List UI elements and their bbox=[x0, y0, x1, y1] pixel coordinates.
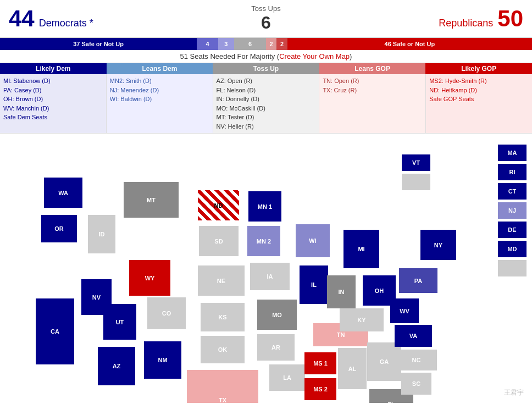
state-PA[interactable]: PA bbox=[399, 268, 437, 293]
state-MS1[interactable]: MS 1 bbox=[304, 352, 336, 374]
cat-leans-dem: Leans Dem bbox=[107, 63, 213, 74]
create-map-link[interactable]: Create Your Own Map bbox=[279, 52, 350, 60]
tossup-header: Toss Ups 6 bbox=[251, 4, 280, 33]
candidate-item: MO: McCaskill (D) bbox=[217, 104, 316, 113]
state-WA[interactable]: WA bbox=[44, 178, 82, 208]
state-KS[interactable]: KS bbox=[201, 303, 245, 331]
candidate-item: ND: Heitkamp (D) bbox=[429, 86, 529, 95]
bar-rep-likely: 2 bbox=[276, 38, 287, 50]
candidate-item: Safe GOP Seats bbox=[429, 95, 529, 104]
candidate-item: NJ: Menendez (D) bbox=[110, 86, 209, 95]
state-MN1[interactable]: MN 1 bbox=[248, 191, 281, 222]
candidate-item: MI: Stabenow (D) bbox=[3, 76, 103, 86]
ne-state-CT[interactable]: CT bbox=[498, 183, 527, 200]
northeast-panel: MARICTNJDEMD bbox=[498, 145, 527, 276]
state-MT[interactable]: MT bbox=[124, 182, 179, 218]
state-NM[interactable]: NM bbox=[144, 341, 181, 379]
state-WV[interactable]: WV bbox=[390, 298, 419, 323]
candidate-item: FL: Nelson (D) bbox=[217, 86, 316, 95]
state-AL[interactable]: AL bbox=[338, 348, 367, 389]
tossup-label: Toss Ups bbox=[251, 4, 280, 13]
bar-rep-safe: 46 Safe or Not Up bbox=[287, 38, 532, 50]
dem-count: 44 bbox=[9, 5, 35, 32]
state-MO[interactable]: MO bbox=[257, 300, 297, 330]
seat-bar: 37 Safe or Not Up 4 3 6 2 2 46 Safe or N… bbox=[0, 38, 532, 50]
candidate-item: AZ: Open (R) bbox=[217, 76, 316, 86]
state-AR[interactable]: AR bbox=[257, 334, 295, 361]
tossup-count: 6 bbox=[251, 13, 280, 33]
state-VT[interactable]: VT bbox=[402, 154, 430, 171]
ne-state-DE[interactable]: DE bbox=[498, 222, 527, 238]
candidate-item: TX: Cruz (R) bbox=[323, 86, 422, 95]
state-MS2[interactable]: MS 2 bbox=[304, 378, 336, 400]
ne-state-RI[interactable]: RI bbox=[498, 164, 527, 180]
state-LA[interactable]: LA bbox=[269, 364, 305, 391]
rep-count: 50 bbox=[497, 5, 523, 32]
state-MN2[interactable]: MN 2 bbox=[247, 226, 280, 256]
state-TX[interactable]: TX bbox=[187, 370, 258, 403]
candidate-item: WI: Baldwin (D) bbox=[110, 95, 209, 104]
cand-tossup: AZ: Open (R)FL: Nelson (D)IN: Donnelly (… bbox=[213, 74, 320, 133]
state-IN[interactable]: IN bbox=[327, 275, 356, 308]
rep-label: Republicans bbox=[439, 18, 493, 29]
state-IL[interactable]: IL bbox=[300, 265, 328, 304]
header: 44 Democrats * Toss Ups 6 Republicans 50 bbox=[0, 0, 532, 38]
ne-state-empty bbox=[498, 260, 527, 276]
majority-text: 51 Seats Needed For Majority ( bbox=[180, 52, 280, 60]
candidate-item: OH: Brown (D) bbox=[3, 95, 103, 104]
cand-leans-gop: TN: Open (R)TX: Cruz (R) bbox=[319, 74, 426, 133]
majority-text-end: ) bbox=[350, 52, 352, 60]
state-OR[interactable]: OR bbox=[41, 215, 77, 242]
candidate-item: PA: Casey (D) bbox=[3, 86, 103, 95]
state-VA[interactable]: VA bbox=[395, 325, 432, 347]
dem-header: 44 Democrats * bbox=[9, 5, 93, 32]
state-NY[interactable]: NY bbox=[420, 230, 456, 260]
us-map: WAORCANVIDMTWYUTAZCONMNDSDNEKSOKTXMN 1MN… bbox=[0, 134, 532, 403]
bar-dem-safe: 37 Safe or Not Up bbox=[0, 38, 197, 50]
candidates-row: MI: Stabenow (D)PA: Casey (D)OH: Brown (… bbox=[0, 74, 532, 134]
state-IA[interactable]: IA bbox=[250, 263, 290, 290]
ne-state-NJ[interactable]: NJ bbox=[498, 202, 527, 219]
state-ND[interactable]: ND bbox=[198, 190, 239, 220]
state-UT[interactable]: UT bbox=[103, 304, 136, 340]
bar-tossup: 6 bbox=[234, 38, 266, 50]
bar-rep-lean: 2 bbox=[266, 38, 276, 50]
ne-state-MA[interactable]: MA bbox=[498, 145, 527, 161]
candidate-item: TN: Open (R) bbox=[323, 76, 422, 86]
state-SD[interactable]: SD bbox=[199, 226, 239, 256]
state-CA[interactable]: CA bbox=[36, 298, 74, 364]
candidate-item: NV: Heller (R) bbox=[217, 122, 316, 131]
dem-label: Democrats * bbox=[39, 18, 93, 29]
ne-state-MD[interactable]: MD bbox=[498, 241, 527, 257]
state-WI[interactable]: WI bbox=[296, 224, 330, 257]
cat-leans-gop: Leans GOP bbox=[319, 63, 426, 74]
bar-dem-likely: 4 bbox=[197, 38, 218, 50]
bar-dem-lean: 3 bbox=[218, 38, 234, 50]
cand-leans-dem: MN2: Smith (D)NJ: Menendez (D)WI: Baldwi… bbox=[107, 74, 213, 133]
candidate-item: IN: Donnelly (D) bbox=[217, 95, 316, 104]
categories-row: Likely Dem Leans Dem Toss Up Leans GOP L… bbox=[0, 63, 532, 74]
majority-line: 51 Seats Needed For Majority (Create You… bbox=[0, 50, 532, 63]
watermark: 王君宇 bbox=[504, 388, 524, 397]
cat-likely-gop: Likely GOP bbox=[425, 63, 532, 74]
cand-likely-dem: MI: Stabenow (D)PA: Casey (D)OH: Brown (… bbox=[0, 74, 107, 133]
state-OK[interactable]: OK bbox=[201, 336, 245, 363]
rep-header: Republicans 50 bbox=[439, 5, 523, 32]
state-WY[interactable]: WY bbox=[129, 260, 170, 296]
candidate-item: WV: Manchin (D) bbox=[3, 104, 103, 113]
candidate-item: MS2: Hyde-Smith (R) bbox=[429, 76, 529, 86]
candidate-item: MT: Tester (D) bbox=[217, 113, 316, 122]
state-MI[interactable]: MI bbox=[343, 230, 379, 268]
state-CO[interactable]: CO bbox=[147, 297, 186, 329]
state-NE[interactable]: NE bbox=[198, 265, 245, 296]
candidate-item: Safe Dem Seats bbox=[3, 113, 103, 122]
state-AZ[interactable]: AZ bbox=[98, 347, 135, 385]
state-KY[interactable]: KY bbox=[340, 308, 384, 331]
state-SC[interactable]: SC bbox=[401, 373, 431, 395]
state-ID[interactable]: ID bbox=[88, 215, 115, 253]
cat-tossup: Toss Up bbox=[213, 63, 319, 74]
cand-likely-gop: MS2: Hyde-Smith (R)ND: Heitkamp (D)Safe … bbox=[426, 74, 532, 133]
candidate-item: MN2: Smith (D) bbox=[110, 76, 209, 86]
state-NC[interactable]: NC bbox=[396, 350, 437, 370]
cat-likely-dem: Likely Dem bbox=[0, 63, 107, 74]
